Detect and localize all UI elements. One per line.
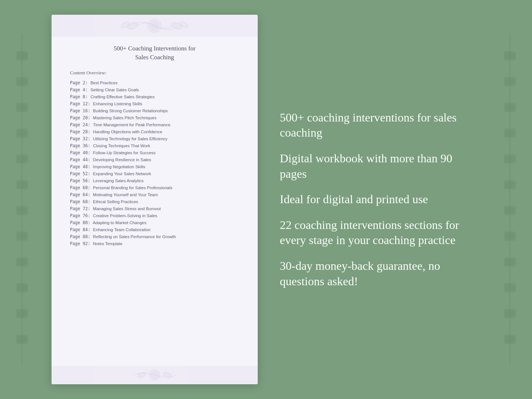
toc-item: Page 8: Crafting Effective Sales Strateg… bbox=[70, 93, 239, 100]
toc-item: Page 80: Adapting to Market Changes bbox=[70, 219, 239, 226]
toc-item: Page 24: Time Management for Peak Perfor… bbox=[70, 121, 239, 128]
toc-item: Page 28: Handling Objections with Confid… bbox=[70, 128, 239, 135]
feature-text-5: 30-day money-back guarantee, no question… bbox=[280, 258, 466, 289]
toc-item: Page 76: Creative Problem-Solving in Sal… bbox=[70, 212, 239, 219]
feature-text-1: 500+ coaching interventions for sales co… bbox=[280, 110, 466, 141]
feature-text-4: 22 coaching interventions sections for e… bbox=[280, 218, 466, 248]
toc-item: Page 16: Building Strong Customer Relati… bbox=[70, 107, 239, 114]
toc-item: Page 4: Setting Clear Sales Goals bbox=[70, 86, 239, 93]
toc-item: Page 64: Motivating Yourself and Your Te… bbox=[70, 191, 239, 198]
toc-item: Page 40: Follow-Up Strategies for Succes… bbox=[70, 149, 239, 156]
document-panel: 500+ Coaching Interventions for Sales Co… bbox=[52, 15, 258, 384]
svg-point-35 bbox=[163, 371, 173, 378]
content-overview-label: Content Overview: bbox=[70, 70, 239, 76]
toc-item: Page 88: Reflecting on Sales Performance… bbox=[70, 233, 239, 240]
toc-item: Page 48: Improving Negotiation Skills bbox=[70, 163, 239, 170]
toc-item: Page 84: Enhancing Team Collaboration bbox=[70, 226, 239, 233]
left-leaf-border bbox=[0, 0, 44, 399]
toc-item: Page 32: Utilizing Technology for Sales … bbox=[70, 135, 239, 142]
toc-item: Page 68: Ethical Selling Practices bbox=[70, 198, 239, 205]
main-content: 500+ Coaching Interventions for Sales Co… bbox=[44, 0, 488, 399]
toc-item: Page 72: Managing Sales Stress and Burno… bbox=[70, 205, 239, 212]
features-panel: 500+ coaching interventions for sales co… bbox=[272, 15, 480, 384]
toc-item: Page 92: Notes Template bbox=[70, 240, 239, 247]
toc-item: Page 36: Closing Techniques That Work bbox=[70, 142, 239, 149]
document-body: 500+ Coaching Interventions for Sales Co… bbox=[52, 37, 258, 366]
doc-footer-decoration bbox=[52, 366, 258, 384]
toc-item: Page 20: Mastering Sales Pitch Technique… bbox=[70, 114, 239, 121]
toc-item: Page 12: Enhancing Listening Skills bbox=[70, 100, 239, 107]
toc-item: Page 60: Personal Branding for Sales Pro… bbox=[70, 184, 239, 191]
svg-point-34 bbox=[137, 371, 147, 378]
toc-item: Page 56: Leveraging Sales Analytics bbox=[70, 177, 239, 184]
feature-text-3: Ideal for digital and printed use bbox=[280, 192, 466, 207]
table-of-contents: Page 2: Best PracticesPage 4: Setting Cl… bbox=[70, 80, 239, 247]
feature-text-2: Digital workbook with more than 90 pages bbox=[280, 151, 466, 181]
right-leaf-border bbox=[488, 0, 532, 399]
toc-item: Page 52: Expanding Your Sales Network bbox=[70, 170, 239, 177]
toc-item: Page 44: Developing Resilience in Sales bbox=[70, 156, 239, 163]
document-title: 500+ Coaching Interventions for Sales Co… bbox=[70, 44, 239, 62]
toc-item: Page 2: Best Practices bbox=[70, 80, 239, 86]
doc-header-decoration bbox=[52, 15, 258, 37]
